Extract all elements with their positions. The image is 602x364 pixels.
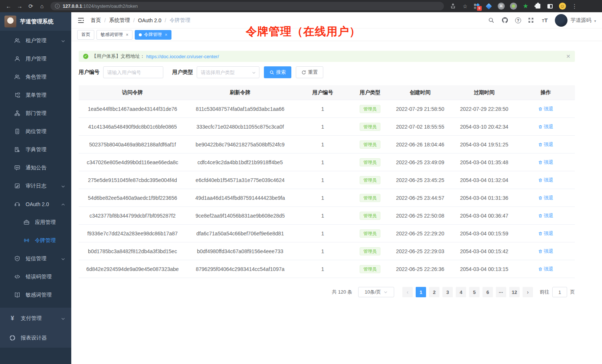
extension-diamond-icon[interactable]	[485, 3, 493, 10]
cell-created: 2022-06-25 22:29:20	[389, 231, 452, 236]
user-type-select[interactable]	[197, 66, 259, 78]
tab-home[interactable]: 首页	[77, 30, 94, 40]
force-logout-button[interactable]: 强退	[538, 177, 553, 183]
user-avatar	[555, 14, 567, 27]
alert-close-icon[interactable]: ✕	[566, 53, 570, 59]
cell-access: c347026e805e4d99b0d116eae66eda8c	[79, 159, 186, 165]
pagination-ellipsis[interactable]: •••	[496, 287, 506, 297]
fullscreen-icon[interactable]	[527, 17, 535, 24]
force-logout-label: 强退	[544, 177, 553, 183]
extension-star-icon[interactable]: ★	[522, 3, 529, 10]
tab-token[interactable]: 令牌管理×	[135, 30, 171, 40]
collapse-sidebar-icon[interactable]	[77, 17, 85, 24]
reset-button[interactable]: 重置	[296, 66, 323, 78]
sidebar-item-sensitive[interactable]: 敏感词管理	[0, 286, 71, 304]
prev-page-button[interactable]: ‹	[402, 287, 413, 297]
tab-sensitive-word[interactable]: 敏感词管理×	[96, 30, 132, 40]
cell-action: 强退	[517, 177, 575, 183]
user-id-input[interactable]	[103, 66, 163, 78]
force-logout-button[interactable]: 强退	[538, 106, 553, 112]
page-button-4[interactable]: 4	[456, 287, 466, 297]
sidebar-item-dict[interactable]: 字典管理	[0, 140, 71, 159]
sidebar-item-dept[interactable]: 部门管理	[0, 104, 71, 122]
sidebar-item-oauth2-token[interactable]: 令牌管理	[0, 231, 71, 249]
table-row: 6d842e2924594de9a09e45e087323abe8796295f…	[79, 260, 575, 278]
cell-created: 2022-06-26 18:04:46	[389, 142, 452, 148]
browser-reload-icon[interactable]: ⟳	[26, 1, 36, 11]
browser-forward-icon[interactable]: →	[15, 1, 24, 11]
cell-expires: 2054-03-10 20:42:34	[452, 124, 517, 130]
briefcase-icon	[23, 219, 30, 225]
sidebar-item-role[interactable]: 角色管理	[0, 68, 71, 86]
page-button-6[interactable]: 6	[482, 287, 493, 297]
next-page-button[interactable]: ›	[523, 287, 533, 297]
sidebar-item-oauth2[interactable]: OAuth 2.0	[0, 195, 71, 213]
tab-close-icon[interactable]: ×	[165, 32, 167, 37]
force-logout-label: 强退	[544, 106, 553, 112]
sidebar-item-errcode[interactable]: 错误码管理	[0, 268, 71, 286]
force-logout-button[interactable]: 强退	[538, 248, 553, 255]
force-logout-button[interactable]: 强退	[538, 141, 553, 148]
sidebar-item-post[interactable]: 岗位管理	[0, 122, 71, 140]
sidebar-item-pay[interactable]: ¥支付管理	[0, 308, 71, 328]
sidebar-item-notice[interactable]: 通知公告	[0, 159, 71, 177]
cell-user-type: 管理员	[351, 212, 389, 220]
sidebar-item-tenant[interactable]: 租户管理	[0, 32, 71, 50]
search-button[interactable]: 搜索	[264, 66, 291, 78]
table-row: 502375b8040a469a9b82188afdf6af1fbe90422b…	[79, 136, 575, 153]
app-title: 芋道管理系统	[20, 18, 53, 25]
sidebar-item-report[interactable]: 报表设计器	[0, 328, 71, 348]
font-size-icon[interactable]: TT	[541, 17, 549, 24]
sidebar-item-user[interactable]: 用户管理	[0, 50, 71, 68]
tab-close-icon[interactable]: ×	[126, 32, 128, 37]
address-bar[interactable]: i 127.0.0.1:1024/system/oauth2/token	[50, 2, 444, 10]
search-icon[interactable]	[488, 17, 495, 24]
page-button-5[interactable]: 5	[469, 287, 480, 297]
force-logout-label: 强退	[544, 123, 553, 130]
page-size-select[interactable]: 10条/页	[358, 287, 394, 297]
sidebar-item-audit[interactable]: 审计日志	[0, 177, 71, 195]
sidebar-item-label: 令牌管理	[35, 237, 56, 244]
breadcrumb-home[interactable]: 首页	[91, 17, 101, 24]
page-button-12[interactable]: 12	[509, 287, 520, 297]
browser-back-icon[interactable]: ←	[4, 1, 13, 11]
cell-refresh: cdfc4ce9c2da4bb1bdf21b9918ff4be5	[186, 159, 294, 165]
cell-action: 强退	[517, 212, 575, 219]
extension-record-icon[interactable]	[510, 3, 517, 10]
sidebar-item-menu[interactable]: 菜单管理	[0, 86, 71, 104]
help-icon[interactable]: ?	[515, 17, 521, 23]
sidebar-item-oauth2-app[interactable]: 应用管理	[0, 213, 71, 231]
force-logout-button[interactable]: 强退	[538, 195, 553, 201]
site-info-icon[interactable]: i	[55, 4, 60, 9]
bookmark-star-icon[interactable]: ☆	[461, 3, 469, 10]
page-button-1[interactable]: 1	[416, 287, 426, 297]
breadcrumb-system[interactable]: 系统管理	[109, 17, 130, 24]
cell-created: 2022-06-25 22:29:03	[389, 248, 452, 254]
goto-page-input[interactable]	[552, 287, 567, 297]
doc-link[interactable]: https://doc.iocoder.cn/user-center/	[146, 54, 219, 59]
profile-avatar-icon[interactable]: ☺	[559, 3, 566, 10]
user-menu[interactable]: 芋道源码 ▾	[555, 14, 596, 27]
extension-grid-icon[interactable]: 9	[474, 3, 480, 10]
force-logout-button[interactable]: 强退	[538, 212, 553, 219]
table-header-row: 访问令牌刷新令牌用户编号用户类型创建时间过期时间操作	[79, 85, 575, 100]
force-logout-button[interactable]: 强退	[538, 159, 553, 166]
browser-menu-icon[interactable]: ⋮	[571, 3, 578, 10]
share-icon[interactable]	[449, 3, 457, 10]
github-icon[interactable]	[501, 17, 509, 24]
page-button-2[interactable]: 2	[429, 287, 439, 297]
extension-command-icon[interactable]: ⌘	[497, 3, 505, 10]
browser-home-icon[interactable]: ⌂	[37, 1, 47, 11]
force-logout-button[interactable]: 强退	[538, 123, 553, 130]
side-panel-icon[interactable]	[546, 3, 554, 10]
cell-refresh: 8796295f04064c2983414cc54af1097a	[186, 266, 294, 272]
breadcrumb-oauth2[interactable]: OAuth 2.0	[138, 17, 161, 23]
force-logout-button[interactable]: 强退	[538, 266, 553, 272]
force-logout-label: 强退	[544, 212, 553, 219]
cell-expires: 2054-03-04 01:35:48	[452, 159, 517, 165]
sidebar-item-sms[interactable]: 短信管理	[0, 249, 71, 268]
force-logout-button[interactable]: 强退	[538, 230, 553, 237]
extension-puzzle-icon[interactable]	[534, 3, 542, 10]
user-type-badge: 管理员	[360, 247, 380, 255]
page-button-3[interactable]: 3	[442, 287, 453, 297]
